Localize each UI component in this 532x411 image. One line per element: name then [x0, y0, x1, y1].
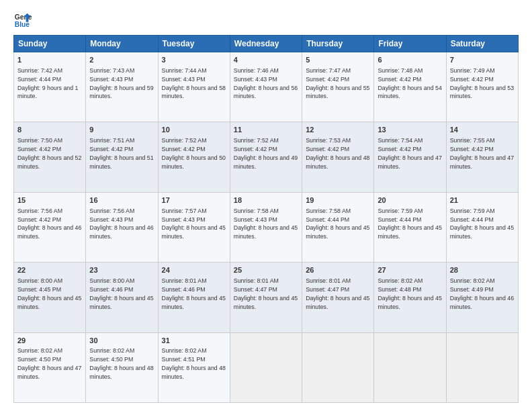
day-number: 7 — [450, 55, 515, 65]
calendar-day-cell — [302, 332, 374, 402]
day-sunrise: Sunrise: 7:53 AMSunset: 4:42 PMDaylight:… — [306, 137, 369, 170]
day-number: 2 — [89, 55, 154, 65]
day-sunrise: Sunrise: 7:55 AMSunset: 4:42 PMDaylight:… — [450, 137, 514, 170]
calendar-day-cell: 20Sunrise: 7:59 AMSunset: 4:44 PMDayligh… — [374, 192, 446, 262]
calendar-week-row: 1Sunrise: 7:42 AMSunset: 4:44 PMDaylight… — [14, 52, 519, 122]
day-number: 15 — [17, 195, 82, 205]
calendar-day-cell: 18Sunrise: 7:58 AMSunset: 4:43 PMDayligh… — [230, 192, 302, 262]
calendar-day-cell: 13Sunrise: 7:54 AMSunset: 4:42 PMDayligh… — [374, 122, 446, 192]
calendar-day-cell: 3Sunrise: 7:44 AMSunset: 4:43 PMDaylight… — [158, 52, 230, 122]
day-number: 13 — [378, 125, 442, 135]
header: General Blue — [13, 11, 519, 30]
page: General Blue SundayMondayTuesdayWednesda… — [0, 0, 532, 411]
calendar-day-cell: 31Sunrise: 8:02 AMSunset: 4:51 PMDayligh… — [158, 332, 230, 402]
calendar-day-cell: 17Sunrise: 7:57 AMSunset: 4:43 PMDayligh… — [158, 192, 230, 262]
day-sunrise: Sunrise: 7:50 AMSunset: 4:42 PMDaylight:… — [17, 137, 81, 170]
calendar-day-cell: 15Sunrise: 7:56 AMSunset: 4:42 PMDayligh… — [14, 192, 86, 262]
day-number: 31 — [162, 336, 226, 346]
calendar-day-cell: 24Sunrise: 8:01 AMSunset: 4:46 PMDayligh… — [158, 263, 230, 332]
day-sunrise: Sunrise: 7:44 AMSunset: 4:43 PMDaylight:… — [162, 67, 226, 100]
day-number: 30 — [89, 336, 154, 346]
logo: General Blue — [13, 11, 35, 30]
calendar-header-cell: Wednesday — [230, 36, 302, 52]
day-number: 17 — [162, 195, 226, 205]
day-sunrise: Sunrise: 8:02 AMSunset: 4:50 PMDaylight:… — [17, 347, 81, 380]
day-sunrise: Sunrise: 8:02 AMSunset: 4:51 PMDaylight:… — [162, 347, 226, 380]
calendar-body: 1Sunrise: 7:42 AMSunset: 4:44 PMDaylight… — [14, 52, 519, 403]
svg-text:Blue: Blue — [15, 21, 30, 28]
calendar-day-cell: 30Sunrise: 8:02 AMSunset: 4:50 PMDayligh… — [86, 332, 158, 402]
day-sunrise: Sunrise: 7:54 AMSunset: 4:42 PMDaylight:… — [378, 137, 441, 170]
calendar-day-cell: 6Sunrise: 7:48 AMSunset: 4:42 PMDaylight… — [374, 52, 446, 122]
calendar-day-cell: 26Sunrise: 8:01 AMSunset: 4:47 PMDayligh… — [302, 263, 374, 332]
day-number: 29 — [17, 336, 82, 346]
day-number: 10 — [162, 125, 226, 135]
calendar-day-cell: 4Sunrise: 7:46 AMSunset: 4:43 PMDaylight… — [230, 52, 302, 122]
day-sunrise: Sunrise: 7:42 AMSunset: 4:44 PMDaylight:… — [17, 67, 78, 100]
calendar-day-cell: 19Sunrise: 7:58 AMSunset: 4:44 PMDayligh… — [302, 192, 374, 262]
day-number: 22 — [17, 265, 82, 275]
day-number: 8 — [17, 125, 82, 135]
calendar-day-cell: 7Sunrise: 7:49 AMSunset: 4:42 PMDaylight… — [446, 52, 518, 122]
calendar-week-row: 22Sunrise: 8:00 AMSunset: 4:45 PMDayligh… — [14, 263, 519, 332]
calendar-header-cell: Sunday — [14, 36, 86, 52]
calendar-day-cell: 2Sunrise: 7:43 AMSunset: 4:43 PMDaylight… — [86, 52, 158, 122]
day-sunrise: Sunrise: 7:58 AMSunset: 4:44 PMDaylight:… — [306, 208, 369, 240]
day-number: 3 — [162, 55, 226, 65]
day-number: 16 — [89, 195, 154, 205]
day-number: 24 — [162, 265, 226, 275]
day-number: 28 — [450, 265, 515, 275]
calendar-week-row: 15Sunrise: 7:56 AMSunset: 4:42 PMDayligh… — [14, 192, 519, 262]
day-sunrise: Sunrise: 7:57 AMSunset: 4:43 PMDaylight:… — [162, 208, 226, 240]
calendar-day-cell — [446, 332, 518, 402]
calendar-day-cell: 12Sunrise: 7:53 AMSunset: 4:42 PMDayligh… — [302, 122, 374, 192]
calendar-day-cell: 27Sunrise: 8:02 AMSunset: 4:48 PMDayligh… — [374, 263, 446, 332]
day-sunrise: Sunrise: 7:51 AMSunset: 4:42 PMDaylight:… — [89, 137, 153, 170]
day-number: 26 — [306, 265, 370, 275]
calendar-day-cell: 11Sunrise: 7:52 AMSunset: 4:42 PMDayligh… — [230, 122, 302, 192]
day-sunrise: Sunrise: 7:52 AMSunset: 4:42 PMDaylight:… — [234, 137, 298, 170]
calendar-header-cell: Tuesday — [158, 36, 230, 52]
calendar-day-cell: 25Sunrise: 8:01 AMSunset: 4:47 PMDayligh… — [230, 263, 302, 332]
calendar-header-cell: Thursday — [302, 36, 374, 52]
day-number: 9 — [89, 125, 154, 135]
day-sunrise: Sunrise: 7:56 AMSunset: 4:43 PMDaylight:… — [89, 208, 153, 240]
day-number: 14 — [450, 125, 515, 135]
day-number: 21 — [450, 195, 515, 205]
day-sunrise: Sunrise: 7:47 AMSunset: 4:42 PMDaylight:… — [306, 67, 369, 100]
day-sunrise: Sunrise: 7:52 AMSunset: 4:42 PMDaylight:… — [162, 137, 226, 170]
calendar-day-cell: 8Sunrise: 7:50 AMSunset: 4:42 PMDaylight… — [14, 122, 86, 192]
day-number: 18 — [234, 195, 298, 205]
calendar-week-row: 29Sunrise: 8:02 AMSunset: 4:50 PMDayligh… — [14, 332, 519, 402]
calendar-day-cell: 28Sunrise: 8:02 AMSunset: 4:49 PMDayligh… — [446, 263, 518, 332]
day-sunrise: Sunrise: 7:48 AMSunset: 4:42 PMDaylight:… — [378, 67, 441, 100]
day-sunrise: Sunrise: 7:58 AMSunset: 4:43 PMDaylight:… — [234, 208, 298, 240]
day-sunrise: Sunrise: 7:59 AMSunset: 4:44 PMDaylight:… — [378, 208, 441, 240]
day-sunrise: Sunrise: 8:01 AMSunset: 4:47 PMDaylight:… — [234, 277, 298, 310]
day-number: 1 — [17, 55, 82, 65]
day-sunrise: Sunrise: 7:43 AMSunset: 4:43 PMDaylight:… — [89, 67, 153, 100]
day-number: 6 — [378, 55, 442, 65]
calendar-header-row: SundayMondayTuesdayWednesdayThursdayFrid… — [14, 36, 519, 52]
calendar-day-cell — [374, 332, 446, 402]
day-number: 12 — [306, 125, 370, 135]
calendar-header-cell: Friday — [374, 36, 446, 52]
day-sunrise: Sunrise: 7:46 AMSunset: 4:43 PMDaylight:… — [234, 67, 298, 100]
calendar-week-row: 8Sunrise: 7:50 AMSunset: 4:42 PMDaylight… — [14, 122, 519, 192]
calendar-day-cell: 1Sunrise: 7:42 AMSunset: 4:44 PMDaylight… — [14, 52, 86, 122]
calendar-day-cell: 23Sunrise: 8:00 AMSunset: 4:46 PMDayligh… — [86, 263, 158, 332]
calendar-day-cell — [230, 332, 302, 402]
day-number: 11 — [234, 125, 298, 135]
svg-text:General: General — [15, 13, 32, 21]
calendar-day-cell: 22Sunrise: 8:00 AMSunset: 4:45 PMDayligh… — [14, 263, 86, 332]
calendar-day-cell: 10Sunrise: 7:52 AMSunset: 4:42 PMDayligh… — [158, 122, 230, 192]
day-sunrise: Sunrise: 7:59 AMSunset: 4:44 PMDaylight:… — [450, 208, 514, 240]
day-number: 27 — [378, 265, 442, 275]
day-number: 4 — [234, 55, 298, 65]
logo-icon: General Blue — [13, 11, 32, 30]
calendar-day-cell: 14Sunrise: 7:55 AMSunset: 4:42 PMDayligh… — [446, 122, 518, 192]
day-number: 20 — [378, 195, 442, 205]
calendar-day-cell: 9Sunrise: 7:51 AMSunset: 4:42 PMDaylight… — [86, 122, 158, 192]
day-number: 5 — [306, 55, 370, 65]
day-sunrise: Sunrise: 8:01 AMSunset: 4:47 PMDaylight:… — [306, 277, 369, 310]
